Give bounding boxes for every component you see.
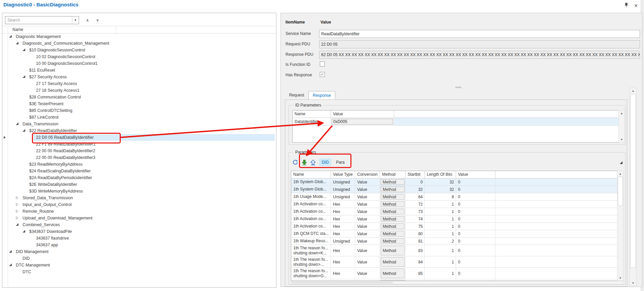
parameter-row[interactable]: 1th The reason fo...shutting down>G...He… — [291, 268, 617, 279]
tree-item[interactable]: 10 02 DiagnosticSessionControl — [2, 53, 275, 60]
column-header[interactable]: Value — [331, 111, 394, 118]
parameter-row[interactable]: 1th System Glob...UnsignedValueMethod323… — [291, 186, 617, 193]
method-button[interactable]: Method — [381, 209, 405, 214]
parameter-row[interactable]: 1th Wakeup Reso...UnsignedValueMethod812… — [291, 238, 617, 245]
method-button[interactable]: Method — [381, 223, 405, 229]
tree-item[interactable]: 22 00 00 ReadDataByIdentifier2 — [2, 148, 275, 154]
request-pdu-input[interactable]: 22 D0 05 — [319, 40, 640, 48]
tree-expanded-icon[interactable] — [23, 129, 26, 132]
column-header[interactable] — [495, 171, 615, 178]
tree-expanded-icon[interactable] — [9, 35, 12, 38]
tree-expanded-icon[interactable] — [16, 42, 19, 45]
tab-response[interactable]: Response — [308, 91, 335, 100]
tree-expanded-icon[interactable] — [9, 263, 12, 267]
tree-item[interactable]: 27 17 Security Access — [2, 80, 275, 87]
tree-item[interactable]: $10 DiagnosticSessionControl — [2, 47, 275, 53]
scroll-up-icon[interactable]: ▲ — [630, 88, 636, 93]
tree-item[interactable]: Combined_Services — [2, 221, 275, 228]
tree-collapsed-icon[interactable] — [16, 196, 19, 200]
scroll-up-icon[interactable]: ▲ — [617, 171, 623, 176]
scroll-up-icon[interactable]: ▲ — [619, 111, 624, 116]
service-name-input[interactable]: ReadDataByIdentifier — [319, 30, 640, 38]
tree-item[interactable]: $27 Security Access — [2, 74, 275, 80]
method-button[interactable]: Method — [381, 186, 405, 192]
tree-collapsed-icon[interactable] — [16, 216, 19, 220]
scroll-down-icon[interactable]: ▼ — [619, 137, 624, 142]
column-header[interactable]: Method — [380, 171, 406, 178]
method-button[interactable]: Method — [381, 194, 405, 200]
method-button[interactable]: Method — [381, 246, 405, 255]
tree-item[interactable]: 343637 app — [2, 242, 275, 248]
search-combobox[interactable]: ▼ — [5, 16, 79, 24]
tree-item[interactable]: $11 EcuReset — [2, 67, 275, 74]
parameter-row[interactable]: 1th Activation co...HexValueMethod7210 — [291, 201, 617, 208]
parameters-hscrollbar[interactable] — [291, 281, 623, 284]
tree-item[interactable]: 22 00 00 ReadDataByIdentifier3 — [2, 154, 275, 161]
panel-scrollbar[interactable]: ▲ ▼ — [630, 88, 637, 286]
parameter-row[interactable]: 1th Activation co...HexValueMethod7410 — [291, 215, 617, 223]
tree-column-header[interactable]: Name — [2, 26, 275, 34]
tree-item[interactable]: $2E WriteDataByIdentifier — [2, 181, 275, 188]
tree-item[interactable]: Stored_Data_Transmission — [2, 195, 275, 201]
refresh-icon[interactable] — [292, 159, 298, 166]
method-button[interactable]: Method — [381, 268, 405, 278]
column-header[interactable]: Startbit — [406, 171, 425, 178]
method-button[interactable]: Method — [381, 238, 405, 244]
tree-item[interactable]: Diagnostic_and_Communication_Management — [2, 40, 275, 47]
scroll-thumb[interactable] — [630, 94, 636, 268]
method-button[interactable]: Method — [381, 179, 405, 185]
tree-item[interactable]: 10 00 DiagnosticSessionControl1 — [2, 60, 275, 67]
tree-item[interactable]: $3D WriteMemoryByAddress — [2, 188, 275, 195]
scroll-down-icon[interactable]: ▼ — [617, 275, 623, 281]
tree-expanded-icon[interactable] — [16, 122, 19, 126]
combobox-dropdown-icon[interactable]: ▼ — [72, 16, 79, 24]
method-button[interactable]: Method — [381, 231, 405, 237]
tree-item[interactable]: Remote_Routine — [2, 208, 275, 215]
tree-item[interactable]: DID — [2, 255, 275, 262]
parameters-scrollbar[interactable]: ▲ ▼ — [617, 171, 623, 281]
tree-item[interactable]: Diagnostic Management — [2, 33, 275, 40]
tree-item[interactable]: Input_and_Output_Control — [2, 201, 275, 208]
column-header[interactable]: Value — [456, 171, 495, 178]
tree-item[interactable]: DTC — [2, 268, 275, 275]
parameter-row[interactable]: 1th The reason fo...shutting down>K...He… — [291, 245, 617, 256]
column-header[interactable]: Length Of Bits — [425, 171, 456, 178]
pin-icon[interactable] — [624, 3, 629, 8]
tree-item[interactable]: $23 ReadMemoryByAddress — [2, 161, 275, 168]
tree-expanded-icon[interactable] — [23, 48, 26, 52]
column-header[interactable]: Name — [293, 111, 331, 118]
parameter-row[interactable]: 1th The reason fo...shutting down>...Hex… — [291, 256, 617, 268]
parameter-row[interactable]: 1th Usage Mode...UnsignedValueMethod6480 — [291, 193, 617, 201]
chevron-down-icon[interactable]: ∨ — [94, 17, 101, 23]
column-header[interactable] — [394, 111, 619, 118]
column-header[interactable]: Conversion — [355, 171, 380, 178]
tree-expanded-icon[interactable] — [23, 75, 26, 79]
column-header[interactable]: Name — [291, 171, 331, 178]
tree-item[interactable]: DID Management — [2, 248, 275, 255]
response-pdu-input[interactable]: 62 D0 05 XX XX XX XX XX XX XX XX XX XX X… — [319, 51, 640, 59]
close-icon[interactable]: ✕ — [634, 3, 638, 8]
tree-item[interactable]: 27 18 Security Access1 — [2, 87, 275, 94]
tree-item[interactable]: $3E TesterPresent — [2, 100, 275, 107]
id-parameter-value[interactable]: 0xD005 — [332, 119, 393, 125]
splitter-handle[interactable] — [456, 87, 461, 88]
scroll-thumb[interactable] — [618, 177, 623, 206]
id-parameter-row[interactable]: DataIdentifier0xD005 — [293, 118, 619, 126]
scroll-down-icon[interactable]: ▼ — [630, 280, 636, 286]
tree-collapsed-icon[interactable] — [16, 203, 19, 206]
tree-item[interactable]: $2A ReadDataByPeriodicidentifier — [2, 174, 275, 181]
tree-item[interactable]: $24 ReadScalingDataByIdentifier — [2, 168, 275, 174]
tree-collapsed-icon[interactable] — [16, 210, 19, 213]
id-parameters-scrollbar[interactable]: ▲ ▼ — [618, 110, 625, 142]
tree-item[interactable]: DTC Management — [2, 262, 275, 268]
resize-grip-icon[interactable] — [620, 161, 622, 164]
tab-request[interactable]: Request — [285, 91, 308, 99]
parameter-row[interactable]: 1th Activation co...HexValueMethod7510 — [291, 223, 617, 230]
method-button[interactable]: Method — [381, 257, 405, 267]
method-button[interactable]: Method — [381, 201, 405, 207]
chevron-up-icon[interactable]: ∧ — [84, 17, 91, 23]
search-input[interactable] — [5, 18, 72, 23]
column-header[interactable]: Value Type — [331, 171, 355, 178]
has-response-checkbox[interactable]: ✓ — [320, 72, 325, 77]
tree-item[interactable]: Upload_and_Download_Management — [2, 215, 275, 221]
